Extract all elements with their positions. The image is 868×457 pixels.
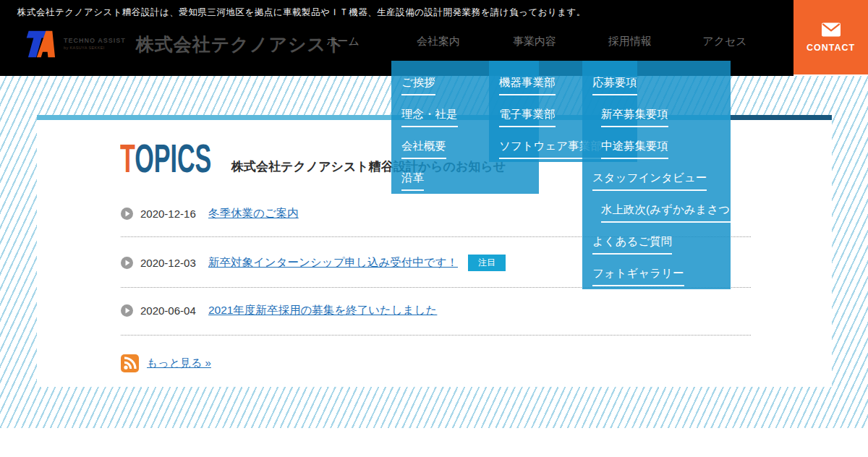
topics-heading-accent: T xyxy=(120,136,135,181)
attention-badge: 注目 xyxy=(468,255,506,271)
menu-item-newgrad-requirements[interactable]: 新卒募集要項 xyxy=(582,97,731,129)
news-link[interactable]: 新卒対象インターンシップ申し込み受付中です！ xyxy=(208,255,458,270)
menu-item-application-guidelines[interactable]: 応募要項 xyxy=(582,65,731,97)
top-rule-dark xyxy=(731,115,832,120)
envelope-icon xyxy=(822,22,841,37)
rss-icon[interactable] xyxy=(121,354,139,372)
dropdown-recruit: 応募要項 新卒募集要項 中途募集要項 スタッフインタビュー 水上政次(みずかみま… xyxy=(582,61,731,289)
site-logo[interactable]: TECHNO ASSIST by KASUYA SEKKEI 株式会社テクノアシ… xyxy=(22,29,346,59)
news-link[interactable]: 冬季休業のご案内 xyxy=(208,206,299,221)
play-circle-icon xyxy=(121,208,133,220)
logo-text-byline: by KASUYA SEKKEI xyxy=(64,46,126,51)
menu-item-faq[interactable]: よくあるご質問 xyxy=(582,224,731,256)
more-row: もっと見る » xyxy=(121,354,211,372)
site-tagline: 株式会社テクノアシスト糟谷設計は、愛知県三河地区を拠点に車載製品やＩＴ機器、生産… xyxy=(17,7,586,19)
menu-item-history[interactable]: 沿革 xyxy=(391,161,539,192)
menu-item-midcareer-requirements[interactable]: 中途募集要項 xyxy=(582,129,731,161)
logo-company-name: 株式会社テクノアシスト xyxy=(136,33,346,56)
news-date: 2020-06-04 xyxy=(140,304,198,317)
news-row: 2020-06-04 2021年度新卒採用の募集を終了いたしました xyxy=(121,302,751,319)
topics-heading: TOPICS xyxy=(120,142,211,176)
nav-home[interactable]: ホーム xyxy=(326,35,359,48)
news-date: 2020-12-03 xyxy=(140,257,198,269)
nav-access[interactable]: アクセス xyxy=(702,35,746,48)
nav-company[interactable]: 会社案内 xyxy=(417,35,460,48)
play-circle-icon xyxy=(121,304,133,317)
play-circle-icon xyxy=(121,257,133,269)
more-link[interactable]: もっと見る » xyxy=(147,356,211,370)
menu-item-staff-interview[interactable]: スタッフインタビュー xyxy=(582,161,731,192)
contact-label: CONTACT xyxy=(807,43,855,53)
nav-recruit[interactable]: 採用情報 xyxy=(608,35,652,48)
contact-button[interactable]: CONTACT xyxy=(793,0,868,74)
menu-item-photo-gallery[interactable]: フォトギャラリー xyxy=(582,256,731,288)
menu-item-interview-mizukami[interactable]: 水上政次(みずかみまさつぐ) xyxy=(582,192,731,224)
logo-text-techno-assist: TECHNO ASSIST xyxy=(64,38,126,44)
topics-heading-rest: OPICS xyxy=(135,136,211,181)
page: 株式会社テクノアシスト糟谷設計は、愛知県三河地区を拠点に車載製品やＩＴ機器、生産… xyxy=(0,0,868,457)
news-link[interactable]: 2021年度新卒採用の募集を終了いたしました xyxy=(208,303,437,318)
nav-business[interactable]: 事業内容 xyxy=(513,35,556,48)
dotted-divider xyxy=(121,335,751,336)
news-date: 2020-12-16 xyxy=(140,208,198,220)
ta-logo-icon xyxy=(22,29,59,59)
